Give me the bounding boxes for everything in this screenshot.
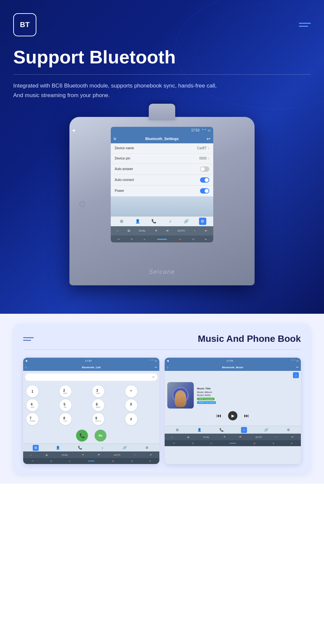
dial-0[interactable]: 0- [125, 399, 137, 411]
call-nav-user[interactable]: 👤 [55, 445, 61, 451]
call-back-btn[interactable]: ◀ [25, 359, 27, 362]
ctrl2-slider[interactable] [157, 239, 167, 240]
screen-statusbar: ◀ 17:53 ⌃⌃ ▭ [111, 127, 213, 134]
call-nav-settings[interactable]: ⚙ [144, 445, 150, 451]
call-nav-phone[interactable]: 📞 [77, 445, 83, 451]
power-toggle-switch[interactable] [200, 188, 209, 194]
nav-settings-icon[interactable]: ⚙ [199, 218, 206, 225]
ctrl-fan[interactable]: ⌁ [194, 229, 195, 232]
auto-answer-toggle[interactable] [200, 166, 209, 172]
hero-description: Integrated with BC6 Bluetooth module, su… [13, 81, 228, 100]
nav-phone-icon[interactable]: 📞 [150, 218, 158, 225]
music-note-area: ♪ [165, 371, 301, 379]
ctrl-vol-up[interactable]: ◂+ [205, 229, 208, 232]
cc2-car[interactable]: 🚗 [111, 460, 114, 462]
mc2-vol2[interactable]: ◂ [291, 442, 292, 445]
mc2-temp[interactable]: ↙ [210, 442, 212, 445]
music-nav-user[interactable]: 👤 [196, 427, 202, 433]
prev-button[interactable]: ⏮ [216, 413, 222, 419]
mc-vol[interactable]: ◂+ [291, 436, 294, 438]
cc2-vol2[interactable]: ◂ [149, 460, 151, 462]
device-name-row[interactable]: Device name CarBT › [111, 143, 213, 154]
ctrl-arrows[interactable]: ⇄ [166, 229, 169, 232]
cc-fan[interactable]: ⌁ [134, 453, 136, 456]
dial-star[interactable]: * [125, 385, 137, 397]
cc-home[interactable]: ⌂ [30, 454, 31, 456]
dial-5[interactable]: 5JKL [60, 399, 71, 411]
music-home-icon[interactable]: ⌂ [167, 366, 168, 369]
cc2-back[interactable]: ↩ [32, 460, 34, 462]
menu-icon[interactable]: ≡ [113, 136, 116, 141]
mc2-car[interactable]: 🚗 [253, 442, 256, 445]
music-nav-settings[interactable]: ⚙ [285, 427, 291, 433]
mc-power[interactable]: ⏻ [187, 436, 189, 438]
screen-bottom-bg [111, 197, 213, 216]
ctrl2-temp[interactable]: ↙ [143, 238, 146, 241]
nav-apps-icon[interactable]: ⊞ [118, 218, 125, 225]
music-nav-apps[interactable]: ⊞ [174, 427, 180, 433]
hamburger-menu-icon[interactable] [299, 23, 311, 27]
dial-1[interactable]: 1 [26, 385, 38, 397]
ctrl-home[interactable]: ⌂ [117, 229, 118, 232]
call-button[interactable]: 📞 [76, 430, 88, 442]
auto-connect-row: Auto connect [111, 175, 213, 186]
ctrl-power[interactable]: ⏻ [127, 229, 130, 232]
call-back-icon[interactable]: ↩ [155, 366, 157, 369]
dial-9[interactable]: 9WXYZ [92, 413, 104, 425]
call-nav-apps[interactable]: ⊞ [33, 445, 39, 451]
search-clear-icon[interactable]: ✕ [152, 376, 155, 379]
device-pin-row[interactable]: Device pin 0000 › [111, 154, 213, 164]
ctrl2-back[interactable]: ↩ [118, 238, 120, 241]
power-toggle[interactable] [200, 188, 209, 194]
mc2-slider[interactable] [229, 443, 236, 444]
music-nav-music[interactable]: ♪ [241, 427, 247, 433]
music-nav-link[interactable]: 🔗 [263, 427, 269, 433]
music-note-button[interactable]: ♪ [293, 372, 299, 378]
next-button[interactable]: ⏭ [244, 413, 249, 419]
cc-arrows[interactable]: ⇄ [98, 453, 100, 456]
play-button[interactable]: ▶ [228, 411, 237, 420]
call-search[interactable]: ✕ [25, 374, 157, 381]
cc-vol[interactable]: ◂+ [150, 453, 152, 456]
dial-8[interactable]: 8TUV [60, 413, 71, 425]
call-nav-music[interactable]: ♪ [100, 445, 105, 451]
nav-link-icon[interactable]: 🔗 [183, 218, 190, 225]
auto-answer-toggle-switch[interactable] [200, 166, 209, 172]
auto-connect-toggle[interactable] [200, 177, 209, 183]
mc-fan[interactable]: ⌁ [276, 436, 277, 438]
nav-music-icon[interactable]: ♪ [167, 218, 174, 225]
dial-4[interactable]: 4GHI [26, 399, 38, 411]
music-back-icon[interactable]: ↩ [296, 366, 299, 369]
mc-home[interactable]: ⌂ [172, 436, 173, 438]
dial-2[interactable]: 2ABC [60, 385, 71, 397]
music-mini-nav: ⊞ 👤 📞 ♪ 🔗 ⚙ [165, 426, 301, 434]
ctrl2-car[interactable]: 🚗 [178, 238, 182, 241]
music-hamburger-icon[interactable] [23, 337, 34, 341]
call-nav-link[interactable]: 🔗 [122, 445, 128, 451]
auto-answer-row: Auto answer [111, 164, 213, 175]
dial-6[interactable]: 6MNO [92, 399, 104, 411]
mc-snow[interactable]: ❄ [223, 436, 225, 438]
ctrl2-zero: 0 [131, 238, 132, 241]
cc-snow[interactable]: ❄ [82, 453, 84, 456]
ctrl2-vol[interactable]: ◂ [205, 238, 206, 241]
hero-divider [13, 74, 311, 75]
mc-arrows[interactable]: ⇄ [239, 436, 241, 438]
redial-button[interactable]: Re [95, 430, 106, 442]
mc2-back[interactable]: ↩ [173, 442, 175, 445]
ctrl-snowflake[interactable]: ❄ [155, 229, 157, 232]
music-ctrl-1: ⌂ ⏻ DUAL ❄ ⇄ AUTO ⌁ ◂+ [165, 434, 301, 440]
cc-power[interactable]: ⏻ [46, 454, 48, 456]
topbar-back[interactable]: ↩ [207, 136, 211, 141]
dial-3[interactable]: 3DEF [92, 385, 104, 397]
dial-7[interactable]: 7PQRS [26, 413, 38, 425]
call-home-icon[interactable]: ⌂ [25, 366, 27, 369]
dial-hash[interactable]: # [125, 413, 137, 425]
music-back-btn[interactable]: ◀ [167, 359, 169, 362]
nav-user-icon[interactable]: 👤 [134, 218, 142, 225]
cc-auto: AUTO [114, 454, 120, 456]
auto-connect-toggle-switch[interactable] [200, 177, 209, 183]
cc2-temp[interactable]: ↙ [69, 460, 71, 462]
cc2-slider[interactable] [88, 461, 95, 461]
music-nav-phone[interactable]: 📞 [219, 427, 224, 433]
